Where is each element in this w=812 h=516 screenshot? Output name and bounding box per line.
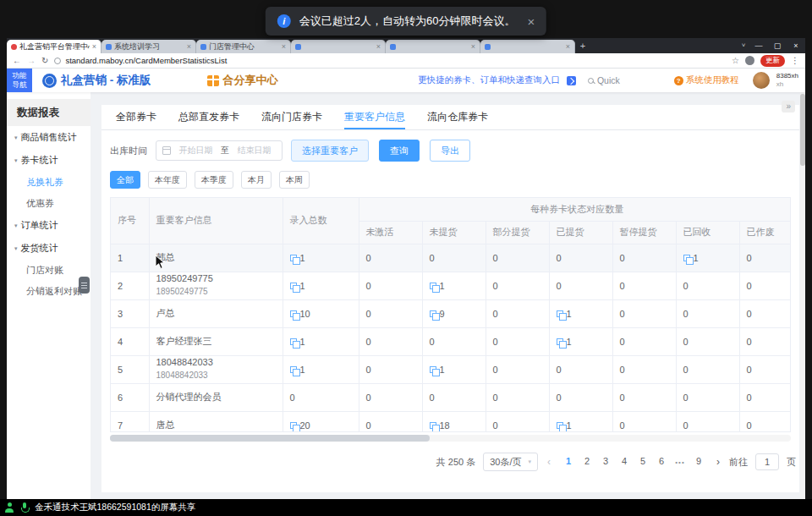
next-page-button[interactable]: ›	[715, 456, 721, 468]
tab-search-icon[interactable]: ˅	[738, 38, 749, 53]
box-icon[interactable]	[430, 366, 436, 373]
browser-update-button[interactable]: 更新	[760, 55, 785, 67]
microphone-icon[interactable]	[20, 502, 29, 513]
status-cell: 1	[549, 327, 612, 355]
status-cell: 0	[486, 244, 549, 272]
quick-entry-link[interactable]: 更快捷的券卡、订单和快递查询入口	[418, 74, 560, 86]
box-icon[interactable]	[290, 255, 297, 261]
function-nav-button[interactable]: 功能 导航	[7, 69, 32, 92]
site-info-icon[interactable]	[54, 58, 61, 64]
date-range-input[interactable]: 开始日期 至 结束日期	[156, 140, 283, 161]
box-icon[interactable]	[430, 422, 436, 429]
forward-button[interactable]: →	[27, 56, 36, 65]
content-tab[interactable]: 流向门店券卡	[250, 105, 333, 129]
horizontal-scrollbar[interactable]	[110, 435, 791, 442]
box-icon[interactable]	[557, 338, 563, 345]
select-customer-button[interactable]: 选择重要客户	[291, 140, 369, 162]
sidebar-collapse-handle[interactable]	[79, 277, 90, 294]
tab-favicon-icon	[390, 44, 396, 50]
search-button[interactable]: 查询	[379, 140, 420, 162]
status-count: 0	[366, 309, 371, 319]
menu-dots-icon[interactable]: ⋮	[791, 56, 799, 65]
tab-close-icon[interactable]: ×	[282, 42, 286, 51]
minimize-button[interactable]: —	[749, 38, 768, 53]
back-button[interactable]: ←	[13, 56, 21, 65]
pager-page[interactable]: 2	[579, 456, 595, 469]
prev-page-button[interactable]: ‹	[546, 456, 552, 468]
sidebar-item[interactable]: ▾订单统计	[7, 214, 91, 237]
pager-page[interactable]: 4	[616, 456, 633, 469]
participants-icon[interactable]	[4, 502, 14, 513]
export-button[interactable]: 导出	[430, 140, 470, 162]
pager-page[interactable]: 5	[634, 456, 651, 469]
end-date-placeholder: 结束日期	[233, 145, 276, 156]
box-icon[interactable]	[683, 255, 690, 261]
box-icon[interactable]	[290, 366, 297, 373]
status-cell: 0	[359, 383, 422, 411]
tab-close-icon[interactable]: ×	[376, 42, 381, 51]
share-center-link[interactable]: 合分享中心	[207, 73, 278, 88]
pager-page[interactable]: 6	[653, 456, 670, 469]
content-tab[interactable]: 重要客户信息	[333, 105, 416, 129]
status-cell: 1	[422, 272, 486, 299]
vertical-scrollbar[interactable]	[800, 92, 805, 499]
box-icon[interactable]	[430, 310, 436, 317]
status-cell: 0	[359, 299, 422, 327]
new-tab-button[interactable]: +	[575, 38, 590, 53]
address-bar[interactable]: standard.maboy.cn/CardMemberStatisticsLi…	[54, 55, 739, 67]
browser-tab[interactable]: ×	[386, 40, 480, 53]
browser-tab[interactable]: 系统培训学习×	[102, 40, 196, 53]
content-tab[interactable]: 流向仓库券卡	[416, 105, 499, 129]
quick-filter-chip[interactable]: 全部	[110, 171, 140, 189]
tab-close-icon[interactable]: ×	[471, 42, 475, 51]
goto-page-input[interactable]	[755, 453, 779, 470]
profile-icon[interactable]	[745, 56, 754, 65]
quick-filter-chip[interactable]: 本周	[279, 171, 310, 189]
close-icon[interactable]: ×	[527, 14, 535, 29]
tab-close-icon[interactable]: ×	[187, 42, 191, 51]
box-icon[interactable]	[290, 422, 297, 429]
sidebar-item[interactable]: 兑换礼券	[7, 172, 91, 193]
pager-page[interactable]: 3	[597, 456, 614, 469]
quick-filter-chip[interactable]: 本季度	[195, 171, 233, 189]
panel-collapse-button[interactable]: »	[782, 101, 795, 113]
avatar[interactable]	[753, 72, 770, 89]
sidebar-item[interactable]: ▾商品销售统计	[7, 126, 91, 149]
header-right: 更快捷的券卡、订单和快递查询入口 Quick ? 系统使用教程 8385xh x…	[418, 72, 805, 89]
quick-search[interactable]: Quick	[588, 75, 620, 85]
browser-tab[interactable]: 门店管理中心×	[196, 40, 291, 53]
quick-entry-icon[interactable]	[567, 76, 576, 85]
sidebar-item[interactable]: 优惠券	[7, 193, 91, 214]
filter-bar: 出库时间 开始日期 至 结束日期 选择重要客户 查询 导出	[102, 130, 799, 166]
browser-tab[interactable]: 礼盒营销平台管理中心×	[7, 40, 102, 53]
quick-filter-chip[interactable]: 本月	[241, 171, 272, 189]
reload-button[interactable]: ↻	[41, 56, 48, 65]
status-cell: 0	[676, 327, 739, 355]
box-icon[interactable]	[557, 422, 563, 429]
web-app: 功能 导航 礼盒营销 - 标准版 合分享中心 更快捷的券卡、订单和快递查询入口	[7, 69, 805, 499]
hscrollbar-thumb[interactable]	[110, 435, 430, 442]
maximize-button[interactable]: ▢	[768, 38, 787, 53]
tab-close-icon[interactable]: ×	[92, 42, 96, 51]
browser-tab[interactable]: ×	[480, 40, 575, 53]
pager-page[interactable]: 1	[560, 456, 577, 469]
sidebar-item[interactable]: ▾券卡统计	[7, 149, 91, 172]
pager-page[interactable]: 9	[690, 456, 707, 469]
vscrollbar-thumb[interactable]	[800, 94, 805, 166]
box-icon[interactable]	[430, 283, 436, 289]
box-icon[interactable]	[290, 310, 297, 317]
box-icon[interactable]	[290, 338, 297, 345]
content-tab[interactable]: 全部券卡	[105, 105, 167, 129]
tutorial-link[interactable]: ? 系统使用教程	[674, 74, 739, 86]
box-icon[interactable]	[557, 310, 563, 317]
sidebar-item[interactable]: ▾发货统计	[7, 237, 91, 260]
content-tab[interactable]: 总部直发券卡	[167, 105, 250, 129]
box-icon[interactable]	[290, 283, 297, 289]
quick-filter-chip[interactable]: 本年度	[148, 171, 187, 189]
sidebar-item[interactable]: 门店对账	[7, 260, 91, 281]
tab-close-icon[interactable]: ×	[566, 42, 570, 51]
bookmark-star-icon[interactable]: ☆	[732, 56, 739, 65]
window-close-button[interactable]: ×	[787, 38, 805, 53]
page-size-select[interactable]: 30条/页 ▾	[483, 453, 538, 471]
browser-tab[interactable]: ×	[291, 40, 386, 53]
